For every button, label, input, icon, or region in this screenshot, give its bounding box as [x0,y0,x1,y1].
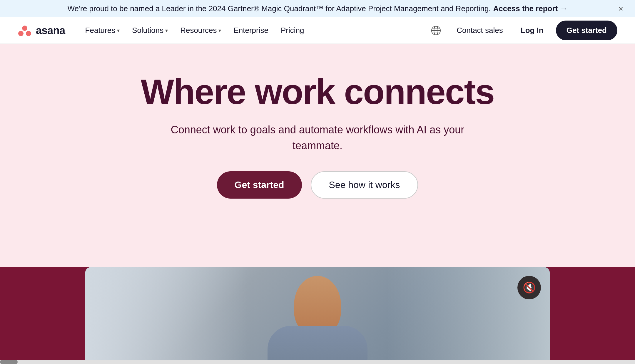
banner-text: We're proud to be named a Leader in the … [68,4,491,13]
video-container[interactable]: work management platform 🔇 [85,267,550,364]
chevron-down-icon: ▾ [165,27,168,34]
hero-see-how-button[interactable]: See how it works [311,171,418,199]
chevron-down-icon: ▾ [117,27,120,34]
get-started-nav-button[interactable]: Get started [556,21,617,40]
video-bg-left [85,267,248,364]
svg-point-2 [26,31,31,36]
person-body-shape [268,326,367,364]
banner-link[interactable]: Access the report → [493,4,568,13]
nav-item-features[interactable]: Features ▾ [80,23,125,38]
logo[interactable]: asana [18,24,65,38]
nav-item-enterprise[interactable]: Enterprise [228,23,274,38]
video-placeholder: work management platform [85,267,550,364]
nav-items: Features ▾ Solutions ▾ Resources ▾ Enter… [80,23,310,38]
hero-buttons: Get started See how it works [217,171,418,199]
mute-icon: 🔇 [523,281,536,294]
language-selector-button[interactable] [428,22,444,39]
nav-item-pricing[interactable]: Pricing [275,23,309,38]
hero-section: Where work connects Connect work to goal… [0,44,635,267]
globe-icon [431,25,441,36]
scrollbar-thumb[interactable] [0,360,18,364]
navbar-right: Contact sales Log In Get started [428,21,617,40]
video-section: work management platform 🔇 [0,267,635,364]
nav-item-resources[interactable]: Resources ▾ [175,23,226,38]
hero-subtitle: Connect work to goals and automate workf… [156,122,479,154]
announcement-banner: We're proud to be named a Leader in the … [0,0,635,17]
nav-item-solutions[interactable]: Solutions ▾ [127,23,173,38]
scrollbar[interactable] [0,360,635,364]
logo-text: asana [36,24,65,37]
chevron-down-icon: ▾ [218,27,221,34]
mute-button[interactable]: 🔇 [517,276,541,299]
svg-point-0 [22,26,27,31]
hero-get-started-button[interactable]: Get started [217,171,302,199]
hero-title: Where work connects [141,73,494,110]
asana-logo-icon [18,24,32,38]
svg-point-1 [18,31,24,36]
navbar-left: asana Features ▾ Solutions ▾ Resources ▾… [18,23,309,38]
banner-close-button[interactable]: × [619,4,623,14]
contact-sales-link[interactable]: Contact sales [451,23,508,38]
navbar: asana Features ▾ Solutions ▾ Resources ▾… [0,17,635,44]
login-button[interactable]: Log In [515,23,549,38]
